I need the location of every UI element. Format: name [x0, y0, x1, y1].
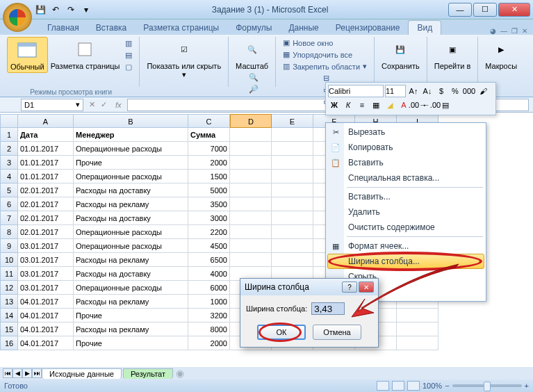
restore-window-icon[interactable]: ❐ — [511, 27, 518, 35]
normal-view-status-icon[interactable] — [377, 381, 389, 391]
save-icon[interactable]: 💾 — [33, 3, 47, 17]
cell[interactable]: Прочие — [74, 336, 188, 350]
borders-icon[interactable]: ▦ — [370, 99, 382, 111]
comma-format-icon[interactable]: 000 — [463, 85, 475, 97]
cell[interactable]: 02.01.2017 — [18, 183, 74, 197]
row-header[interactable]: 5 — [0, 183, 18, 197]
row-header[interactable]: 13 — [0, 295, 18, 309]
page-layout-view-button[interactable]: Разметка страницы — [48, 37, 123, 73]
cell[interactable] — [230, 128, 272, 142]
select-all-corner[interactable] — [0, 114, 18, 128]
cell[interactable] — [230, 156, 272, 170]
cell[interactable]: 04.01.2017 — [18, 322, 74, 336]
cell[interactable]: 6000 — [188, 281, 230, 295]
zoom-level[interactable]: 100% — [423, 382, 442, 390]
ctx-delete[interactable]: Удалить — [327, 204, 484, 220]
cell[interactable]: 5000 — [188, 183, 230, 197]
cell[interactable]: Прочие — [74, 156, 188, 170]
fx-icon[interactable]: fx — [110, 101, 127, 109]
cell[interactable]: 2200 — [188, 225, 230, 239]
cell[interactable]: 04.01.2017 — [18, 295, 74, 309]
fill-color-icon[interactable]: ◢ — [384, 99, 396, 111]
cell[interactable]: Операционные расходы — [74, 281, 188, 295]
sheet-nav-next-icon[interactable]: ▶ — [22, 368, 32, 378]
qat-dropdown-icon[interactable]: ▾ — [79, 3, 93, 17]
tab-formulas[interactable]: Формулы — [227, 21, 280, 35]
ctx-cut[interactable]: ✂Вырезать — [327, 124, 484, 140]
cell[interactable] — [272, 142, 313, 156]
column-header-d[interactable]: D — [230, 114, 272, 128]
sheet-nav-first-icon[interactable]: ⏮ — [3, 368, 13, 378]
row-header[interactable]: 6 — [0, 197, 18, 211]
ctx-clear[interactable]: Очистить содержимое — [327, 220, 484, 235]
new-sheet-icon[interactable]: ◉ — [176, 368, 184, 379]
shrink-font-icon[interactable]: A↓ — [421, 85, 434, 97]
redo-icon[interactable]: ↷ — [64, 3, 78, 17]
tab-pagelayout[interactable]: Разметка страницы — [135, 21, 227, 35]
row-header[interactable]: 7 — [0, 211, 18, 225]
grow-font-icon[interactable]: A↑ — [407, 85, 420, 97]
enter-formula-icon[interactable]: ✓ — [101, 100, 107, 109]
font-size-input[interactable] — [385, 85, 406, 97]
dialog-titlebar[interactable]: Ширина столбца ? ✕ — [240, 279, 378, 295]
accounting-format-icon[interactable]: $ — [435, 85, 448, 97]
macros-button[interactable]: ▶ Макросы — [482, 37, 520, 72]
ctx-copy[interactable]: 📄Копировать — [327, 140, 484, 155]
save-workspace-button[interactable]: 💾 Сохранить — [379, 37, 423, 72]
align-center-icon[interactable]: ≡ — [356, 99, 368, 111]
cell[interactable] — [272, 170, 313, 183]
chevron-down-icon[interactable]: ▾ — [76, 100, 80, 109]
tab-insert[interactable]: Вставка — [88, 21, 136, 35]
cell[interactable]: Операционные расходы — [74, 142, 188, 156]
cell[interactable]: Расходы на доставку — [74, 211, 188, 225]
column-header-c[interactable]: C — [188, 114, 230, 128]
cell[interactable] — [397, 322, 438, 336]
cell[interactable]: Расходы на рекламу — [74, 322, 188, 336]
cell[interactable]: Операционные расходы — [74, 239, 188, 253]
cell[interactable] — [272, 183, 313, 197]
ctx-insert[interactable]: Вставить... — [327, 189, 484, 204]
cell[interactable]: 02.01.2017 — [18, 225, 74, 239]
pagebreak-preview-button[interactable]: ▥ — [122, 38, 135, 49]
column-header-e[interactable]: E — [272, 114, 313, 128]
cell[interactable]: Расходы на рекламу — [74, 253, 188, 267]
zoom-100-button[interactable]: 🔍 — [246, 72, 261, 83]
percent-format-icon[interactable]: % — [449, 85, 461, 97]
cell[interactable]: Операционные расходы — [74, 225, 188, 239]
cell[interactable]: 3200 — [188, 309, 230, 322]
help-icon[interactable]: ◕ — [490, 27, 496, 35]
merge-icon[interactable]: ▤ — [439, 99, 452, 111]
maximize-button[interactable]: ☐ — [473, 3, 497, 17]
page-layout-status-icon[interactable] — [392, 381, 404, 391]
name-box[interactable]: D1▾ — [21, 99, 83, 111]
cell[interactable]: 03.01.2017 — [18, 267, 74, 281]
cell[interactable]: 03.01.2017 — [18, 281, 74, 295]
zoom-slider[interactable] — [452, 384, 522, 387]
zoom-selection-button[interactable]: 🔎 — [246, 83, 261, 95]
cell[interactable] — [230, 253, 272, 267]
cancel-button[interactable]: Отмена — [313, 325, 361, 340]
cell[interactable]: 3500 — [188, 197, 230, 211]
cell[interactable] — [230, 225, 272, 239]
pagebreak-status-icon[interactable] — [407, 381, 420, 391]
ctx-paste[interactable]: 📋Вставить — [327, 155, 484, 170]
ctx-format-cells[interactable]: ▦Формат ячеек... — [327, 238, 484, 254]
ctx-paste-special[interactable]: Специальная вставка... — [327, 170, 484, 186]
cell[interactable] — [272, 211, 313, 225]
cell[interactable]: 3000 — [188, 211, 230, 225]
cell[interactable] — [230, 211, 272, 225]
new-window-button[interactable]: ▣Новое окно — [280, 37, 370, 49]
normal-view-button[interactable]: Обычный — [7, 37, 48, 73]
font-family-input[interactable] — [328, 85, 384, 97]
cell[interactable]: 2000 — [188, 336, 230, 350]
close-button[interactable]: ✕ — [498, 3, 530, 17]
cell[interactable]: 1000 — [188, 295, 230, 309]
cell[interactable]: 4000 — [188, 267, 230, 281]
cell[interactable]: Дата — [18, 128, 74, 142]
dialog-help-icon[interactable]: ? — [342, 281, 357, 293]
row-header[interactable]: 12 — [0, 281, 18, 295]
cell[interactable]: 02.01.2017 — [18, 211, 74, 225]
freeze-panes-button[interactable]: ▥Закрепить области▾ — [280, 60, 370, 72]
cell[interactable] — [397, 336, 438, 350]
row-header[interactable]: 15 — [0, 322, 18, 336]
